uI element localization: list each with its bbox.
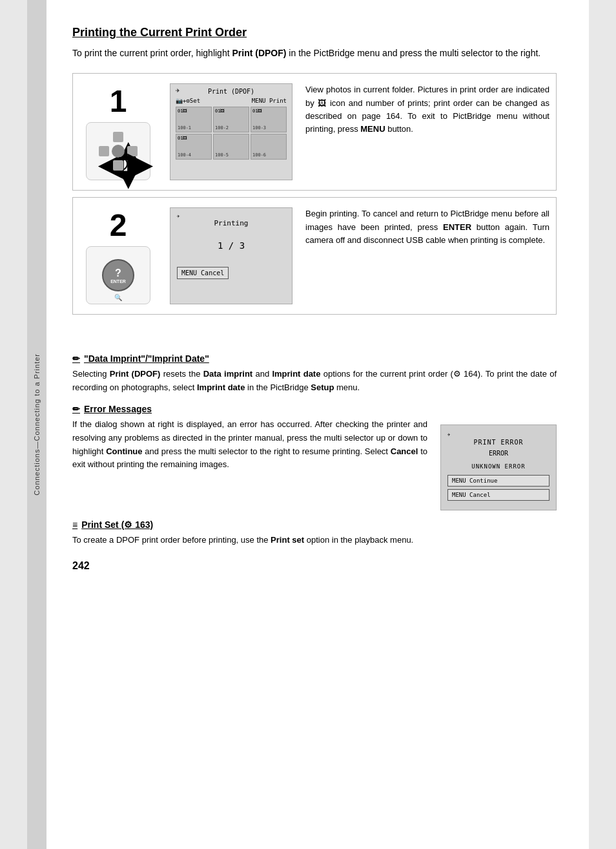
dpad-left: ◀ xyxy=(99,146,109,156)
print-set-title: Print Set (⚙ 163) xyxy=(81,519,153,530)
note-3-section: ≡ Print Set (⚙ 163) To create a DPOF pri… xyxy=(72,519,557,547)
pencil-icon-1: ✏ xyxy=(72,353,80,364)
dpad-up: ▲ xyxy=(113,132,123,142)
step-1-text: View photos in current folder. Pictures … xyxy=(299,74,556,190)
screen-1-row1-left: 📷+⚙Set xyxy=(176,98,200,104)
pencil-icon-2: ✏ xyxy=(72,404,80,414)
note-1-body: Selecting Print (DPOF) resets the Data i… xyxy=(72,368,557,395)
screen-2-cancel: MENU Cancel xyxy=(177,267,229,279)
page-title: Printing the Current Print Order xyxy=(72,26,557,39)
sidebar-label: Connections—Connecting to a Printer xyxy=(33,353,41,496)
dpad-center: ○ xyxy=(112,145,125,158)
error-section: If the dialog shown at right is displaye… xyxy=(72,418,557,510)
screen-1-title: Print (DPOF) xyxy=(176,88,287,95)
thumb-6: 100-6 xyxy=(251,134,287,160)
step-2-number: 2 ? ENTER 🔍 xyxy=(73,198,163,314)
thumb-1: 01🖼 100-1 xyxy=(176,107,212,132)
error-dialog-screen: ✈ PRINT ERROR ERROR UNKNOWN ERROR MENU C… xyxy=(440,424,557,510)
thumb-4: 01🖼 100-4 xyxy=(176,134,212,160)
error-text-col: If the dialog shown at right is displaye… xyxy=(72,418,427,510)
thumb-2: 01🖼 100-2 xyxy=(213,107,249,132)
screen-1-row1: 📷+⚙Set MENU Print xyxy=(176,98,287,104)
dpad: ▲ ◀ ○ ▶ ▼ xyxy=(99,132,138,171)
note-3-body: To create a DPOF print order before prin… xyxy=(72,534,557,547)
note-2-section: ✏ Error Messages If the dialog shown at … xyxy=(72,404,557,510)
print-set-header: ≡ Print Set (⚙ 163) xyxy=(72,519,557,530)
intro-text: To print the current print order, highli… xyxy=(72,46,557,60)
error-screen-title: PRINT ERROR xyxy=(447,439,549,446)
enter-button: ? ENTER xyxy=(102,259,134,291)
screen-1-grid: 01🖼 100-1 01🖼 100-2 01🖼 100-3 01🖼 100-4 xyxy=(176,107,287,160)
step-1-camera: ▲ ◀ ○ ▶ ▼ xyxy=(86,122,150,180)
step-2-screen: ✈ Printing 1 / 3 MENU Cancel xyxy=(170,207,293,304)
dpad-right: ▶ xyxy=(127,146,138,156)
error-screen-unknown: UNKNOWN ERROR xyxy=(447,463,549,470)
note-1-section: ✏ "Data Imprint"/"Imprint Date" Selectin… xyxy=(72,353,557,395)
step-2-camera: ? ENTER 🔍 xyxy=(86,246,150,304)
step-1-screen: ✈ Print (DPOF) 📷+⚙Set MENU Print 01🖼 100… xyxy=(170,83,293,180)
error-screen-col: ✈ PRINT ERROR ERROR UNKNOWN ERROR MENU C… xyxy=(440,418,557,510)
screen-1-row1-right: MENU Print xyxy=(252,98,287,104)
step-1-number: 1 ▲ ◀ ○ ▶ ▼ xyxy=(73,74,163,190)
thumb-3: 01🖼 100-3 xyxy=(251,107,287,132)
list-icon: ≡ xyxy=(72,519,77,530)
note-2-body: If the dialog shown at right is displaye… xyxy=(72,418,427,472)
note-1-title: "Data Imprint"/"Imprint Date" xyxy=(84,353,209,364)
step-2-text: Begin printing. To cancel and return to … xyxy=(299,198,556,314)
step-2: 2 ? ENTER 🔍 ✈ Printing 1 / 3 MENU Cancel… xyxy=(72,197,557,315)
sidebar-tab: Connections—Connecting to a Printer xyxy=(27,0,46,849)
error-continue-btn[interactable]: MENU Continue xyxy=(447,475,549,487)
error-screen-sub: ERROR xyxy=(447,450,549,457)
screen-2-count: 1 / 3 xyxy=(177,240,285,251)
note-1-header: ✏ "Data Imprint"/"Imprint Date" xyxy=(72,353,557,364)
dpad-down: ▼ xyxy=(113,160,123,171)
note-2-header: ✏ Error Messages xyxy=(72,404,557,414)
screen-2-title: Printing xyxy=(177,219,285,227)
page-number: 242 xyxy=(72,560,557,572)
note-2-title: Error Messages xyxy=(84,404,152,414)
step-1: 1 ▲ ◀ ○ ▶ ▼ ✈ Print (DPOF) xyxy=(72,73,557,191)
thumb-5: 100-5 xyxy=(213,134,249,160)
error-cancel-btn[interactable]: MENU Cancel xyxy=(447,489,549,501)
